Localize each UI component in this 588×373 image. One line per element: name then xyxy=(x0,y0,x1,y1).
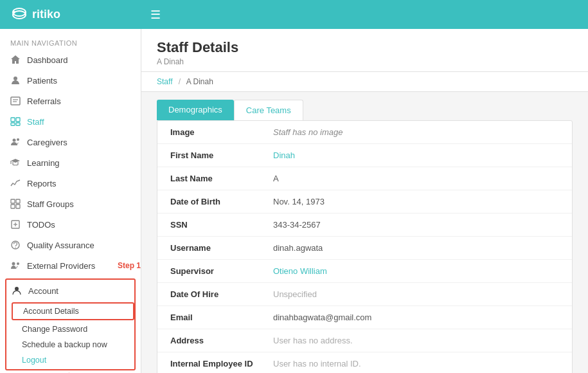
svg-point-24 xyxy=(15,287,19,291)
sidebar-item-external-providers[interactable]: External Providers xyxy=(10,255,115,276)
detail-row-address: Address User has no address. xyxy=(157,329,572,352)
detail-label-image: Image xyxy=(170,127,273,137)
svg-point-22 xyxy=(12,262,15,266)
detail-value-hire-date: Unspecified xyxy=(273,289,317,299)
change-password-label: Change Password xyxy=(22,325,87,334)
tab-demographics[interactable]: Demographics xyxy=(157,100,234,120)
detail-row-firstname: First Name Dinah xyxy=(157,144,572,167)
page-subtitle: A Dinah xyxy=(157,57,573,66)
menu-icon[interactable]: ☰ xyxy=(150,8,161,22)
detail-label-ssn: SSN xyxy=(170,220,273,230)
detail-label-firstname: First Name xyxy=(170,150,273,160)
detail-value-address: User has no address. xyxy=(273,336,353,345)
sidebar-item-staff-groups[interactable]: Staff Groups xyxy=(0,194,141,214)
detail-label-username: Username xyxy=(170,243,273,253)
detail-row-dob: Date of Birth Nov. 14, 1973 xyxy=(157,190,572,214)
svg-point-21 xyxy=(15,247,15,248)
detail-label-dob: Date of Birth xyxy=(170,197,273,206)
account-sub-items: Account Details Change Password Schedule… xyxy=(6,302,134,368)
sidebar-item-label: Reports xyxy=(27,179,57,188)
detail-value-dob: Nov. 14, 1973 xyxy=(273,197,325,206)
sidebar-item-label: Caregivers xyxy=(27,138,67,147)
staff-groups-icon xyxy=(10,199,21,209)
sidebar-item-label: TODOs xyxy=(27,220,55,230)
account-details-item[interactable]: Account Details xyxy=(13,304,133,319)
logo-icon xyxy=(10,6,28,24)
providers-icon xyxy=(10,260,21,271)
sidebar-item-label: Learning xyxy=(27,158,60,168)
tab-care-teams[interactable]: Care Teams xyxy=(234,100,303,120)
sidebar-item-patients[interactable]: Patients xyxy=(0,70,141,91)
svg-rect-4 xyxy=(11,97,20,105)
account-label-text: Account xyxy=(28,286,58,296)
detail-label-supervisor: Supervisor xyxy=(170,266,273,276)
referrals-icon xyxy=(10,96,21,106)
account-item[interactable]: Account xyxy=(6,281,134,301)
logout-item[interactable]: Logout xyxy=(12,352,134,368)
sidebar-item-reports[interactable]: Reports xyxy=(0,173,141,194)
page-title: Staff Details xyxy=(157,39,573,56)
logout-label: Logout xyxy=(22,356,46,365)
account-details-label: Account Details xyxy=(23,307,79,316)
breadcrumb-current: A Dinah xyxy=(186,77,213,86)
detail-row-employee-id: Internal Employee ID User has no interna… xyxy=(157,352,572,373)
sidebar-item-label: Quality Assurance xyxy=(27,241,94,250)
tab-care-teams-label: Care Teams xyxy=(246,105,291,115)
detail-value-lastname: A xyxy=(273,174,279,183)
reports-icon xyxy=(10,178,21,188)
sidebar-item-label: Staff Groups xyxy=(27,199,74,209)
svg-rect-16 xyxy=(16,205,20,208)
logo-text: ritiko xyxy=(32,8,60,21)
svg-rect-7 xyxy=(11,118,15,122)
sidebar: Main Navigation Dashboard Patients Refer… xyxy=(0,29,141,373)
sidebar-item-referrals[interactable]: Referrals xyxy=(0,91,141,111)
topbar: ritiko ☰ xyxy=(0,0,588,29)
svg-point-3 xyxy=(13,77,17,80)
breadcrumb-link[interactable]: Staff xyxy=(157,77,172,86)
staff-icon xyxy=(10,116,21,127)
svg-point-12 xyxy=(17,138,19,141)
sidebar-item-label: Dashboard xyxy=(27,55,68,65)
detail-row-username: Username dinah.agwata xyxy=(157,237,572,260)
detail-row-email: Email dinahbagwata@gmail.com xyxy=(157,306,572,329)
svg-rect-15 xyxy=(11,205,15,208)
sidebar-item-dashboard[interactable]: Dashboard xyxy=(0,50,141,70)
sidebar-item-todos[interactable]: TODOs xyxy=(0,214,141,235)
schedule-backup-item[interactable]: Schedule a backup now xyxy=(12,337,134,352)
svg-rect-10 xyxy=(16,123,20,125)
learning-icon xyxy=(10,158,21,168)
details-card: Image Staff has no image First Name Dina… xyxy=(157,120,573,373)
sidebar-item-qa[interactable]: Quality Assurance xyxy=(0,235,141,255)
svg-rect-13 xyxy=(11,199,15,203)
nav-label: Main Navigation xyxy=(0,34,141,50)
detail-label-lastname: Last Name xyxy=(170,174,273,183)
detail-value-employee-id: User has no internal ID. xyxy=(273,359,361,368)
detail-row-hire-date: Date Of Hire Unspecified xyxy=(157,283,572,306)
svg-rect-8 xyxy=(16,118,20,122)
detail-label-hire-date: Date Of Hire xyxy=(170,289,273,299)
step1-label: Step 1 xyxy=(118,261,141,270)
detail-value-username: dinah.agwata xyxy=(273,243,323,253)
account-section: Account Account Details Change Password … xyxy=(5,278,136,370)
svg-point-23 xyxy=(17,262,19,265)
page-header: Staff Details A Dinah xyxy=(141,29,588,72)
sidebar-item-staff[interactable]: Staff xyxy=(0,111,141,132)
detail-label-address: Address xyxy=(170,336,273,345)
svg-point-11 xyxy=(13,139,16,142)
account-icon xyxy=(12,285,22,297)
patients-icon xyxy=(10,75,21,86)
svg-rect-14 xyxy=(16,199,20,203)
detail-label-email: Email xyxy=(170,313,273,322)
content-area: Staff Details A Dinah Staff / A Dinah De… xyxy=(141,29,588,373)
account-details-highlighted: Account Details xyxy=(12,302,134,320)
todos-icon xyxy=(10,219,21,230)
tabs-container: Demographics Care Teams xyxy=(141,92,588,120)
svg-point-2 xyxy=(13,11,15,14)
qa-icon xyxy=(10,240,21,250)
sidebar-item-label: Staff xyxy=(27,117,44,127)
logo: ritiko xyxy=(10,6,60,24)
change-password-item[interactable]: Change Password xyxy=(12,322,134,337)
sidebar-item-caregivers[interactable]: Caregivers xyxy=(0,132,141,152)
sidebar-item-learning[interactable]: Learning xyxy=(0,152,141,173)
detail-row-ssn: SSN 343-34-2567 xyxy=(157,214,572,237)
